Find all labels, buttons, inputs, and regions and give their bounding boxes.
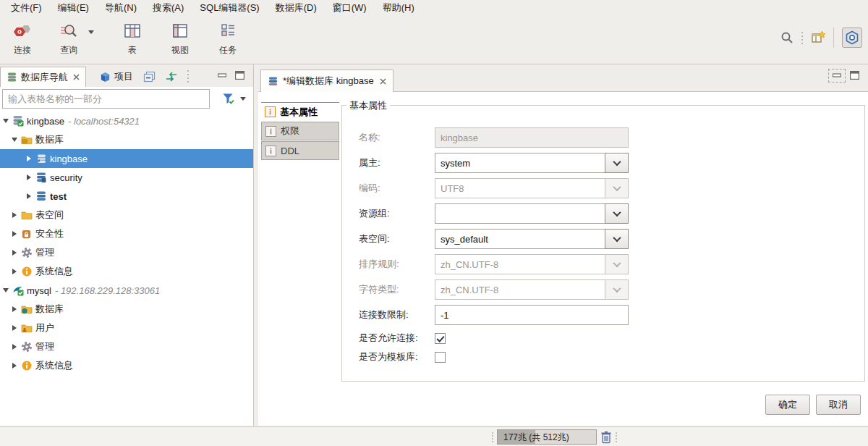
view-menu-dots-icon[interactable]	[187, 70, 189, 83]
filter-funnel-icon[interactable]	[222, 93, 235, 105]
security-lock-icon	[20, 229, 33, 240]
query-dropdown-icon[interactable]	[88, 30, 94, 34]
tree-item-mysql-connection[interactable]: mysql - 192.168.229.128:33061	[0, 281, 253, 300]
query-button[interactable]: 查询	[51, 20, 87, 56]
project-cube-icon	[100, 72, 111, 83]
menu-sql-editor[interactable]: SQL编辑器(S)	[192, 0, 267, 16]
chevron-down-icon[interactable]	[605, 153, 629, 173]
side-tab-label: 权限	[281, 125, 299, 138]
filter-dropdown-icon[interactable]	[240, 97, 246, 101]
tree-item-tablespaces[interactable]: 表空间	[0, 206, 253, 224]
expander-icon[interactable]	[9, 138, 20, 142]
expander-icon[interactable]	[24, 193, 34, 199]
cancel-button[interactable]: 取消	[816, 395, 861, 415]
expander-icon[interactable]	[9, 250, 20, 256]
tab-database-navigator[interactable]: 数据库导航	[0, 67, 86, 87]
maximize-view-icon[interactable]	[235, 71, 244, 80]
collation-combo: zh_CN.UTF-8	[435, 254, 629, 274]
menu-window[interactable]: 窗口(W)	[325, 0, 375, 16]
resource-group-combo[interactable]	[435, 203, 629, 224]
tab-basic-properties[interactable]: 基本属性	[261, 102, 339, 121]
drag-handle-dots[interactable]	[616, 432, 617, 442]
owner-value[interactable]: system	[435, 153, 605, 173]
expander-icon[interactable]	[9, 269, 20, 274]
link-with-editor-icon[interactable]	[165, 72, 178, 82]
connect-button[interactable]: 连接	[4, 20, 41, 56]
maximize-editor-icon[interactable]	[850, 71, 859, 80]
tree-filter-input[interactable]	[2, 89, 210, 109]
expander-icon[interactable]	[9, 363, 20, 369]
tab-projects[interactable]: 项目	[94, 67, 139, 87]
gear-icon	[20, 341, 33, 353]
tree-item-security-category[interactable]: 安全性	[0, 224, 253, 243]
field-row-is-template: 是否为模板库:	[359, 350, 446, 363]
tree-item-label: security	[50, 172, 82, 183]
drag-handle-dots[interactable]	[492, 432, 493, 442]
connect-label: 连接	[14, 44, 31, 56]
tree-item-test-db[interactable]: test	[0, 187, 253, 206]
tree-item-label: 管理	[35, 340, 54, 353]
database-icon	[34, 190, 48, 202]
search-icon[interactable]	[780, 31, 793, 44]
expander-icon[interactable]	[9, 231, 20, 237]
encoding-value: UTF8	[435, 178, 605, 198]
close-icon[interactable]	[73, 74, 80, 80]
menu-help[interactable]: 帮助(H)	[375, 0, 422, 16]
open-perspective-icon[interactable]	[811, 30, 825, 45]
menu-database[interactable]: 数据库(D)	[268, 0, 325, 16]
task-button[interactable]: 任务	[210, 20, 246, 56]
menu-file[interactable]: 文件(F)	[3, 0, 50, 16]
garbage-collect-trash-icon[interactable]	[600, 431, 612, 444]
ok-button[interactable]: 确定	[765, 395, 810, 415]
side-tab-label: 基本属性	[280, 106, 318, 119]
menu-navigate[interactable]: 导航(N)	[97, 0, 145, 16]
tree-item-system-info[interactable]: 系统信息	[0, 262, 253, 281]
resource-group-value[interactable]	[435, 203, 605, 224]
chevron-down-icon[interactable]	[605, 203, 629, 224]
tablespace-value[interactable]: sys_default	[435, 229, 605, 249]
is-template-checkbox[interactable]	[435, 352, 446, 363]
minimize-editor-icon[interactable]	[833, 73, 841, 78]
tree-item-mysql-system-info[interactable]: 系统信息	[0, 356, 253, 375]
dbeaver-perspective-button[interactable]	[842, 28, 862, 48]
expander-icon[interactable]	[24, 174, 34, 180]
expander-icon[interactable]	[1, 119, 11, 123]
chevron-down-icon[interactable]	[605, 229, 629, 249]
table-button[interactable]: 表	[114, 20, 150, 56]
menubar: 文件(F) 编辑(E) 导航(N) 搜索(A) SQL编辑器(S) 数据库(D)…	[0, 0, 868, 16]
expander-icon[interactable]	[1, 288, 11, 293]
connection-limit-field[interactable]	[435, 305, 629, 325]
minimize-view-icon[interactable]	[218, 73, 226, 78]
tree-item-mysql-administer[interactable]: 管理	[0, 337, 253, 356]
menu-search[interactable]: 搜索(A)	[145, 0, 192, 16]
tree-item-kingbase-db[interactable]: kingbase	[0, 149, 253, 168]
tablespace-combo[interactable]: sys_default	[435, 229, 629, 249]
tree-item-mysql-databases-folder[interactable]: 数据库	[0, 300, 253, 319]
tab-ddl[interactable]: DDL	[261, 141, 339, 160]
close-icon[interactable]	[380, 78, 386, 85]
expander-icon[interactable]	[24, 156, 34, 161]
tree-item-databases-folder[interactable]: 数据库	[0, 130, 253, 149]
tab-edit-database-kingbase[interactable]: *编辑数据库 kingbase	[260, 70, 393, 92]
field-label: 是否为模板库:	[359, 350, 435, 363]
expander-icon[interactable]	[9, 306, 20, 312]
menu-edit[interactable]: 编辑(E)	[50, 0, 97, 16]
field-label: 表空间:	[359, 232, 435, 245]
gear-icon	[20, 247, 33, 258]
owner-combo[interactable]: system	[435, 153, 629, 173]
expander-icon[interactable]	[9, 344, 20, 350]
tree-item-users-folder[interactable]: 用户	[0, 319, 253, 337]
table-icon	[123, 20, 142, 42]
expander-icon[interactable]	[9, 325, 20, 331]
expander-icon[interactable]	[9, 212, 20, 218]
view-button[interactable]: 视图	[162, 20, 198, 56]
tree-item-administer[interactable]: 管理	[0, 243, 253, 262]
tree-item-kingbase-connection[interactable]: kingbase - localhost:54321	[0, 112, 253, 130]
tree-item-label: 安全性	[35, 227, 64, 240]
tree-item-security-db[interactable]: security	[0, 168, 253, 187]
allow-connect-checkbox[interactable]	[435, 333, 446, 344]
collapse-all-icon[interactable]	[143, 71, 156, 83]
database-connection-icon	[11, 115, 25, 127]
tab-permissions[interactable]: 权限	[261, 122, 339, 140]
database-icon	[268, 76, 278, 87]
